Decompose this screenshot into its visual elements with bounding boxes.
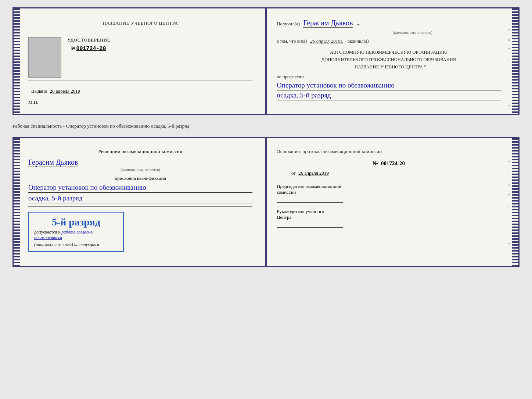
stamp-rank: 5-й разряд [34,216,118,228]
photo-placeholder [28,37,61,78]
stamp-italic: (производственным) инструкциям [34,242,118,247]
bottom-right-content: Основание: протокол экзаменационной коми… [277,149,508,228]
date-value: 26 апреля 2019 [298,170,329,176]
top-doc-left: НАЗВАНИЕ УЧЕБНОГО ЦЕНТРА УДОСТОВЕРЕНИЕ №… [14,8,266,114]
profession-hw1: Оператор установок по обезвоживанию [277,81,501,90]
fio-label-bottom: (фамилия, имя, отчество) [28,168,252,172]
bottom-document: Решением экзаменационной комиссии Гераси… [12,137,520,267]
chairman-signature-line [277,195,343,203]
bottom-doc-left: Решением экзаменационной комиссии Гераси… [14,138,266,266]
bottom-right-accent-marks: – – – и а ← – – – – [507,138,511,266]
chairman-block: Председатель экзаменационной комиссии [277,184,501,203]
bottom-doc-right: Основание: протокол экзаменационной коми… [266,138,518,266]
assigned-text: присвоена квалификация [28,175,252,181]
date-line: от 26 апреля 2019 [291,170,501,176]
stamp-desc: допускается к работе согласно должностны… [34,229,118,241]
top-doc-right: Получил(а) Герасим Дьяков – (фамилия, им… [266,8,518,114]
commission-text: Решением экзаменационной комиссии [28,149,252,154]
completion-date: 26 апреля 2019г. [310,38,343,44]
photo-cert-row: УДОСТОВЕРЕНИЕ № 001724-20 [28,37,252,78]
fio-label-top: (фамилия, имя, отчество) [324,31,501,35]
received-line: Получил(а) Герасим Дьяков – [277,19,501,28]
recipient-name: Герасим Дьяков [303,19,353,28]
director-signature-line [277,220,343,228]
qualification-hw1: Оператор установок по обезвоживанию [28,184,252,193]
cert-number: № 001724-20 [67,45,110,52]
cert-label: УДОСТОВЕРЕНИЕ [67,37,110,43]
school-name-top: НАЗВАНИЕ УЧЕБНОГО ЦЕНТРА [28,20,252,26]
right-accent-marks: – – и а ← – – – – [507,8,511,114]
profession-label: по профессии [277,74,501,80]
mp-label: М.П. [28,99,252,105]
person-name-bottom: Герасим Дьяков [28,158,78,167]
top-doc-right-content: Получил(а) Герасим Дьяков – (фамилия, им… [277,19,508,100]
cert-info: УДОСТОВЕРЕНИЕ № 001724-20 [67,37,110,52]
stamp-box: 5-й разряд допускается к работе согласно… [28,212,124,252]
bottom-left-content: Решением экзаменационной комиссии Гераси… [24,149,255,252]
issued-line: Выдано 26 апреля 2019 [31,88,252,94]
protocol-number: № 001724-20 [277,160,501,167]
specialty-separator: Рабочая специальность - Оператор установ… [12,121,520,131]
org-block: АВТОНОМНУЮ НЕКОММЕРЧЕСКУЮ ОРГАНИЗАЦИЮ ДО… [277,49,501,71]
director-block: Руководитель учебного Центра [277,209,501,228]
top-document: НАЗВАНИЕ УЧЕБНОГО ЦЕНТРА УДОСТОВЕРЕНИЕ №… [12,7,520,115]
qualification-hw2: осадка, 5-й разряд [28,194,252,203]
basis-text: Основание: протокол экзаменационной коми… [277,149,501,154]
profession-hw2: осадка, 5-й разряд [277,91,501,100]
in-that-line: в том, что он(а) 26 апреля 2019г. окончи… [277,38,501,45]
